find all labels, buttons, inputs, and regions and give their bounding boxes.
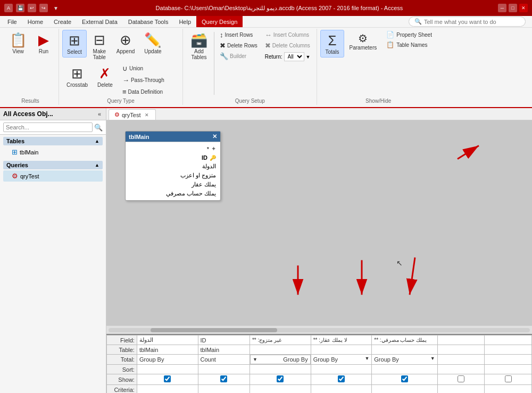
pass-through-button[interactable]: → Pass-Through [119, 75, 168, 85]
field-yamlak-aqar[interactable]: يملك عقار [126, 180, 220, 189]
show-cb-1[interactable] [164, 375, 171, 382]
data-definition-button[interactable]: ≡ Data Definition [119, 87, 168, 97]
grid-criteria-2[interactable] [198, 385, 250, 394]
builder-button[interactable]: 🔧 Builder [217, 51, 261, 61]
show-cb-4[interactable] [338, 375, 345, 382]
menu-home[interactable]: Home [22, 16, 48, 27]
update-button[interactable]: ✏️ Update [140, 30, 165, 56]
parameters-button[interactable]: ⚙ Parameters [345, 30, 381, 53]
grid-show-7[interactable] [485, 374, 532, 385]
field-yamlak-hisab[interactable]: يملك حساب مصرفي [126, 189, 220, 198]
grid-criteria-6[interactable] [437, 385, 485, 394]
delete-button[interactable]: ✗ Delete [93, 63, 117, 90]
grid-criteria-1[interactable] [137, 385, 198, 394]
nav-item-tblmain[interactable]: ⊞ tblMain [3, 146, 103, 158]
make-table-button[interactable]: ⊟ Make Table [88, 30, 111, 62]
return-select[interactable]: All 5 25 [284, 52, 304, 61]
run-button[interactable]: ▶ Run [32, 30, 55, 56]
grid-show-3[interactable] [250, 374, 311, 385]
grid-total-3[interactable]: Group By▼ [250, 355, 311, 364]
field-id[interactable]: 🔑 ID [126, 153, 220, 162]
append-button[interactable]: ⊕ Append [112, 30, 139, 56]
view-button[interactable]: 📋 View [5, 30, 31, 56]
grid-total-5[interactable]: Group By▼ [372, 355, 437, 365]
minimize-button[interactable]: ─ [498, 4, 506, 12]
show-cb-2[interactable] [220, 375, 227, 382]
grid-total-7[interactable] [485, 355, 532, 365]
insert-rows-button[interactable]: ↕ Insert Rows [217, 30, 261, 40]
grid-total-2[interactable]: Count [198, 355, 250, 365]
show-cb-3[interactable] [277, 375, 284, 382]
nav-item-qrytest[interactable]: ⚙ qryTest [3, 170, 103, 182]
grid-field-7[interactable] [485, 335, 532, 345]
grid-sort-4[interactable] [311, 365, 372, 374]
property-sheet-button[interactable]: 📄 Property Sheet [382, 30, 436, 39]
menu-file[interactable]: File [2, 16, 22, 27]
delete-rows-button[interactable]: ✖ Delete Rows [217, 40, 261, 51]
totals-button[interactable]: Σ Totals [320, 30, 344, 58]
select-button[interactable]: ⊞ Select [62, 30, 87, 58]
grid-total-1[interactable]: Group By [137, 355, 198, 365]
grid-sort-1[interactable] [137, 365, 198, 374]
show-cb-7[interactable] [505, 375, 512, 382]
grid-field-1[interactable]: الدولة [137, 335, 198, 345]
grid-show-2[interactable] [198, 374, 250, 385]
field-star[interactable]: ✦ * [126, 144, 220, 153]
grid-sort-3[interactable] [250, 365, 311, 374]
access-logo-icon[interactable]: A [4, 4, 13, 12]
table-box-close-icon[interactable]: ✕ [212, 133, 217, 140]
grid-field-3[interactable]: غير متزوج: ** [250, 335, 311, 345]
tab-close-icon[interactable]: ✕ [145, 112, 149, 118]
grid-table-5[interactable] [372, 345, 437, 355]
grid-sort-5[interactable] [372, 365, 437, 374]
nav-panel-chevron[interactable]: « [96, 110, 103, 118]
show-cb-6[interactable] [458, 375, 464, 382]
grid-field-4[interactable]: لا يملك عقار: ** [311, 335, 372, 345]
nav-search-input[interactable] [3, 122, 93, 132]
query-design-area[interactable]: tblMain ✕ ✦ * 🔑 ID الدولة [106, 120, 532, 325]
grid-field-5[interactable]: يملك حساب مصرفي: ** [372, 335, 437, 345]
grid-field-6[interactable] [437, 335, 485, 345]
table-names-button[interactable]: 📋 Table Names [382, 40, 436, 50]
grid-table-3[interactable] [250, 345, 311, 355]
grid-show-6[interactable] [437, 374, 485, 385]
union-button[interactable]: ∪ Union [119, 63, 168, 73]
crosstab-button[interactable]: ⊞ Crosstab [62, 63, 92, 90]
grid-criteria-7[interactable] [485, 385, 532, 394]
delete-columns-button[interactable]: ✖ Delete Columns [262, 40, 314, 51]
grid-criteria-4[interactable] [311, 385, 372, 394]
field-aldawla[interactable]: الدولة [126, 162, 220, 171]
grid-sort-7[interactable] [485, 365, 532, 374]
maximize-button[interactable]: □ [509, 4, 517, 12]
grid-show-5[interactable] [372, 374, 437, 385]
grid-table-1[interactable]: tblMain [137, 345, 198, 355]
menu-create[interactable]: Create [48, 16, 77, 27]
grid-show-4[interactable] [311, 374, 372, 385]
grid-sort-6[interactable] [437, 365, 485, 374]
menu-external-data[interactable]: External Data [77, 16, 123, 27]
insert-columns-button[interactable]: ↔ Insert Columns [262, 30, 314, 40]
tables-section-header[interactable]: Tables ▲ [3, 137, 103, 145]
grid-table-2[interactable]: tblMain [198, 345, 250, 355]
grid-total-6[interactable] [437, 355, 485, 365]
menu-help[interactable]: Help [173, 16, 196, 27]
design-scrollbar[interactable] [106, 325, 532, 334]
grid-sort-2[interactable] [198, 365, 250, 374]
grid-criteria-5[interactable] [372, 385, 437, 394]
add-tables-button[interactable]: 🗃️ Add Tables [186, 30, 212, 62]
grid-table-6[interactable] [437, 345, 485, 355]
nav-search-icon[interactable]: 🔍 [94, 124, 103, 132]
menu-query-design[interactable]: Query Design [196, 16, 243, 27]
grid-field-2[interactable]: ID [198, 335, 250, 345]
tab-qrytest[interactable]: ⚙ qryTest ✕ [109, 109, 156, 120]
redo-icon[interactable]: ↪ [39, 4, 48, 12]
save-icon[interactable]: 💾 [16, 4, 24, 12]
undo-icon[interactable]: ↩ [28, 4, 36, 12]
show-cb-5[interactable] [401, 375, 408, 382]
grid-show-1[interactable] [137, 374, 198, 385]
ribbon-search-input[interactable] [424, 19, 520, 25]
grid-total-4[interactable]: Group By▼ [311, 355, 372, 365]
menu-database-tools[interactable]: Database Tools [123, 16, 174, 27]
queries-section-header[interactable]: Queries ▲ [3, 161, 103, 169]
grid-table-7[interactable] [485, 345, 532, 355]
